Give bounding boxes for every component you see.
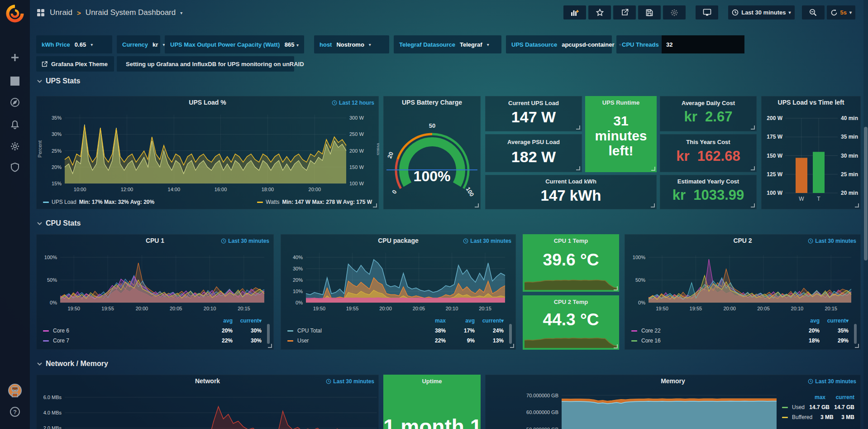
cpu2-chart[interactable]: 0%50%100%19:5019:5520:0020:0520:1020:15: [625, 235, 861, 317]
panel-title[interactable]: This Years Cost: [660, 139, 756, 145]
variable-ups-max-watt[interactable]: UPS Max Output Power Capacity (Watt) 865…: [165, 35, 304, 53]
svg-text:175 W: 175 W: [767, 134, 782, 140]
series-name[interactable]: UPS Load: [52, 199, 76, 205]
panel-title[interactable]: Estimated Yearly Cost: [660, 178, 756, 185]
svg-text:100%: 100%: [44, 255, 57, 260]
configuration-gear-icon[interactable]: [0, 137, 30, 155]
legend-col-avg[interactable]: avg: [791, 318, 820, 324]
legend-col-max[interactable]: max: [796, 394, 825, 400]
page-title[interactable]: Unraid System Dashboard: [86, 8, 176, 17]
panel-ups-load-vs-time-left: UPS Load vs Time left 200 W40 min175 W35…: [761, 96, 861, 209]
cpu2-temp-sparkline: [525, 333, 617, 348]
dashboard-caret-icon[interactable]: ▾: [180, 10, 182, 15]
legend-col-current[interactable]: current: [825, 394, 854, 400]
legend-current: 30%: [233, 328, 262, 334]
variable-label: CPU Threads: [622, 41, 659, 48]
breadcrumb[interactable]: Unraid > Unraid System Dashboard ▾: [36, 8, 182, 17]
time-range-picker[interactable]: Last 30 minutes ▾: [728, 5, 794, 19]
create-icon[interactable]: [0, 48, 30, 67]
series-name[interactable]: Watts: [266, 199, 279, 205]
stat-value: 44.3 °C: [523, 310, 619, 329]
variable-value[interactable]: Telegraf: [460, 41, 482, 48]
legend-row: Core 16 18% 29%: [631, 336, 849, 346]
legend-col-max[interactable]: max: [417, 318, 446, 324]
zoom-out-time-button[interactable]: [802, 5, 825, 19]
battery-gauge[interactable]: 02050100: [384, 96, 481, 210]
svg-text:20:15: 20:15: [479, 306, 491, 311]
panel-title[interactable]: Average Daily Cost: [660, 100, 756, 106]
legend-max: 14.7 GB: [805, 404, 830, 410]
variable-value[interactable]: apcupsd-container: [562, 41, 614, 48]
legend-scrollbar[interactable]: [267, 324, 270, 344]
legend-scrollbar[interactable]: [509, 324, 512, 344]
legend-col-avg[interactable]: avg: [446, 318, 475, 324]
page-scrollbar-thumb[interactable]: [864, 127, 868, 260]
legend-col-current[interactable]: current▾: [475, 318, 504, 324]
grafana-logo-icon[interactable]: [0, 3, 30, 24]
memory-legend: max current Used 14.7 GB 14.7 GB Buffere…: [782, 392, 854, 422]
series-name: Buffered: [792, 414, 812, 420]
time-range-caret-icon: ▾: [788, 10, 791, 15]
section-cpu-stats[interactable]: CPU Stats: [37, 219, 81, 227]
section-network-memory[interactable]: Network / Memory: [37, 360, 108, 368]
breadcrumb-team[interactable]: Unraid: [50, 8, 72, 17]
panel-estimated-yearly-cost: Estimated Yearly Cost kr 1033.99: [660, 175, 757, 209]
legend-col-avg[interactable]: avg: [204, 318, 233, 324]
link-ups-monitoring-guide[interactable]: Setting up Grafana and InfluxDB for UPS …: [117, 56, 294, 72]
legend-scrollbar[interactable]: [854, 324, 857, 344]
series-marker: [782, 407, 788, 408]
series-name: Core 22: [641, 328, 661, 334]
alerting-bell-icon[interactable]: [0, 116, 30, 134]
panel-title[interactable]: CPU 1 Temp: [523, 237, 619, 244]
refresh-caret-icon[interactable]: ▾: [849, 10, 852, 15]
legend-header: avg current▾: [43, 316, 262, 326]
legend-item-watts[interactable]: Watts Min: 147 W Max: 278 W Avg: 175 W: [257, 199, 372, 205]
load-vs-time-bar-chart[interactable]: 200 W40 min175 W35 min150 W30 min125 W25…: [762, 96, 861, 210]
cpu-threads-input[interactable]: [662, 35, 744, 53]
memory-chart[interactable]: 50.000000 GB60.000000 GB70.000000 GB: [486, 375, 779, 429]
panel-title[interactable]: Uptime: [383, 378, 481, 385]
variable-value[interactable]: 865: [285, 41, 295, 48]
network-chart[interactable]: 2.0 MBs4.0 MBs6.0 MBs: [37, 375, 379, 429]
cpu-package-chart[interactable]: 0%10%20%30%40%19:5019:5520:0020:0520:102…: [281, 235, 516, 317]
svg-text:100 W: 100 W: [349, 181, 364, 186]
variable-label: Telegraf Datasource: [399, 41, 455, 48]
dashboards-icon[interactable]: [0, 72, 30, 90]
add-panel-button[interactable]: [563, 5, 586, 19]
panel-title[interactable]: CPU 2 Temp: [523, 299, 619, 305]
legend-item-ups-load[interactable]: UPS Load Min: 17% Max: 32% Avg: 20%: [43, 199, 154, 205]
save-button[interactable]: [638, 5, 661, 19]
panel-title[interactable]: Current UPS Load: [486, 100, 582, 106]
user-avatar[interactable]: [0, 381, 30, 400]
variable-telegraf-datasource[interactable]: Telegraf Datasource Telegraf ▾: [394, 35, 501, 53]
variable-kwh-price[interactable]: kWh Price 0.65 ▾: [36, 35, 112, 53]
variable-value[interactable]: kr: [153, 41, 158, 48]
link-grafana-plex-theme[interactable]: Grafana Plex Theme: [36, 56, 114, 72]
svg-text:20:05: 20:05: [413, 306, 425, 311]
refresh-interval-label[interactable]: 5s: [840, 9, 847, 16]
variable-ups-datasource[interactable]: UPS Datasource apcupsd-container ▾: [506, 35, 612, 53]
cpu1-chart[interactable]: 0%50%100%19:5019:5520:0020:0520:1020:15: [37, 235, 274, 317]
dashboard-settings-button[interactable]: [663, 5, 686, 19]
cycle-view-mode-button[interactable]: [696, 5, 718, 19]
panel-cpu2-temp: CPU 2 Temp 44.3 °C: [523, 295, 619, 350]
variable-currency[interactable]: Currency kr ▾: [117, 35, 160, 53]
admin-shield-icon[interactable]: [0, 158, 30, 176]
explore-icon[interactable]: [0, 93, 30, 111]
variable-host[interactable]: host Nostromo ▾: [314, 35, 389, 53]
star-button[interactable]: [588, 5, 611, 19]
section-ups-stats[interactable]: UPS Stats: [37, 77, 80, 85]
legend-row: CPU Total 38% 17% 24%: [287, 326, 504, 336]
panel-title[interactable]: UPS Runtime: [585, 99, 657, 106]
variable-value[interactable]: Nostromo: [336, 41, 364, 48]
legend-col-current[interactable]: current▾: [233, 318, 262, 324]
refresh-button[interactable]: 5s ▾: [827, 5, 856, 19]
panel-title[interactable]: Average PSU Load: [486, 139, 582, 145]
panel-title[interactable]: Current Load kWh: [486, 178, 656, 185]
share-button[interactable]: [613, 5, 636, 19]
sidebar: ?: [0, 0, 30, 429]
ups-load-chart[interactable]: 15%20%25%30%35%Percent100 W150 W200 W250…: [37, 96, 379, 201]
legend-col-current[interactable]: current▾: [820, 318, 849, 324]
variable-value[interactable]: 0.65: [75, 41, 86, 48]
help-icon[interactable]: ?: [0, 403, 30, 421]
